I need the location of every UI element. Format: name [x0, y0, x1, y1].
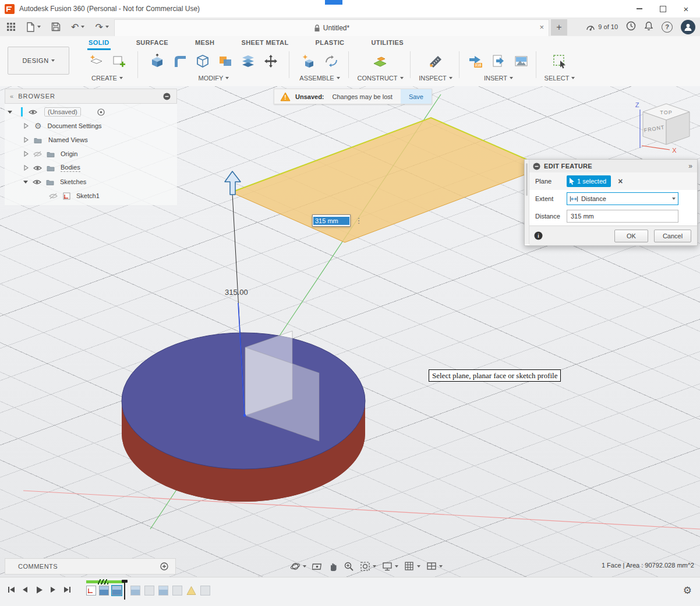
- group-insert-menu[interactable]: INSERT: [484, 73, 513, 83]
- document-tab[interactable]: Untitled* ×: [114, 19, 549, 36]
- create-sketch-button[interactable]: [86, 51, 106, 72]
- timeline-step-back-button[interactable]: [19, 583, 31, 596]
- timeline-feature-pending[interactable]: [158, 586, 168, 596]
- tab-sheet-metal[interactable]: SHEET METAL: [240, 36, 289, 50]
- document-root-label[interactable]: (Unsaved): [44, 107, 81, 117]
- press-pull-button[interactable]: [147, 51, 167, 72]
- measure-button[interactable]: [426, 51, 446, 72]
- timeline-feature-pending[interactable]: [200, 586, 210, 596]
- distance-input-value[interactable]: 315 mm: [313, 217, 349, 225]
- visibility-eye-off-icon[interactable]: [33, 151, 42, 157]
- item-label[interactable]: Sketch1: [76, 192, 100, 199]
- tab-mesh[interactable]: MESH: [194, 36, 215, 50]
- browser-item-named-views[interactable]: Named Views: [5, 133, 177, 147]
- timeline-feature-pending[interactable]: [130, 586, 140, 596]
- job-status[interactable]: 9 of 10: [586, 22, 618, 31]
- clear-selection-icon[interactable]: ×: [618, 177, 623, 186]
- dialog-grip[interactable]: [525, 160, 529, 244]
- save-link[interactable]: Save: [401, 89, 432, 104]
- timeline-settings-gear-icon[interactable]: ⚙: [683, 584, 692, 597]
- group-assemble-menu[interactable]: ASSEMBLE: [299, 73, 340, 83]
- select-button[interactable]: [550, 51, 570, 72]
- timeline-feature-sketch[interactable]: [86, 586, 96, 596]
- pan-button[interactable]: [328, 561, 338, 572]
- joint-button[interactable]: [321, 51, 341, 72]
- tab-close-icon[interactable]: ×: [539, 23, 544, 31]
- group-create-menu[interactable]: CREATE: [91, 73, 123, 83]
- help-button[interactable]: ?: [662, 22, 673, 33]
- browser-item-document-settings[interactable]: ⚙ Document Settings: [5, 119, 177, 133]
- timeline-progress-track[interactable]: [86, 580, 125, 583]
- comments-bar[interactable]: COMMENTS: [5, 558, 176, 575]
- item-label[interactable]: Origin: [61, 150, 77, 157]
- dialog-expand-icon[interactable]: »: [688, 162, 692, 170]
- combine-button[interactable]: [215, 51, 235, 72]
- expander-expanded-icon[interactable]: [23, 179, 29, 185]
- offset-face-button[interactable]: [238, 51, 258, 72]
- item-label[interactable]: Sketches: [60, 178, 86, 185]
- expander-collapsed-icon[interactable]: [23, 123, 29, 129]
- timeline-go-end-button[interactable]: [61, 583, 73, 596]
- undo-button[interactable]: ↶: [69, 19, 86, 34]
- activate-target-icon[interactable]: [97, 108, 105, 116]
- timeline-feature-warning[interactable]: [186, 586, 196, 596]
- group-inspect-menu[interactable]: INSPECT: [419, 73, 452, 83]
- timeline-feature-pending[interactable]: [144, 586, 154, 596]
- visibility-eye-icon[interactable]: [33, 165, 42, 171]
- redo-menu-caret[interactable]: [105, 26, 109, 28]
- group-modify-menu[interactable]: MODIFY: [199, 73, 229, 83]
- history-button[interactable]: [626, 21, 636, 33]
- dialog-collapse-icon[interactable]: [533, 163, 540, 170]
- dialog-header[interactable]: EDIT FEATURE »: [529, 160, 697, 173]
- visibility-eye-off-icon[interactable]: [49, 193, 58, 199]
- notifications-button[interactable]: [644, 21, 653, 33]
- construct-plane-button[interactable]: [370, 51, 390, 72]
- origin-point[interactable]: [243, 414, 246, 417]
- viewcube-top-label[interactable]: TOP: [660, 110, 672, 115]
- input-drag-handle[interactable]: ⋮: [354, 214, 363, 226]
- look-at-button[interactable]: [312, 561, 323, 572]
- expander-collapsed-icon[interactable]: [23, 165, 29, 171]
- ok-button[interactable]: OK: [614, 230, 648, 242]
- zoom-button[interactable]: [344, 561, 354, 572]
- expander-expanded-icon[interactable]: [7, 109, 13, 115]
- viewports-button[interactable]: [426, 561, 443, 572]
- grid-settings-button[interactable]: [404, 561, 420, 572]
- decal-button[interactable]: [489, 51, 508, 72]
- design-workspace-menu[interactable]: DESIGN: [8, 47, 69, 75]
- shell-button[interactable]: [193, 51, 213, 72]
- timeline-feature-extrude[interactable]: [99, 586, 109, 596]
- browser-root-row[interactable]: (Unsaved): [5, 105, 177, 119]
- maximize-button[interactable]: [651, 1, 674, 17]
- visibility-eye-icon[interactable]: [29, 109, 37, 115]
- timeline-go-start-button[interactable]: [5, 583, 17, 596]
- avatar[interactable]: [681, 20, 695, 34]
- timeline-feature-extrude-editing[interactable]: [112, 586, 122, 596]
- insert-derive-button[interactable]: 316: [466, 51, 486, 72]
- add-comment-icon[interactable]: [160, 562, 168, 570]
- tab-plastic[interactable]: PLASTIC: [314, 36, 346, 50]
- tab-surface[interactable]: SURFACE: [135, 36, 169, 50]
- display-settings-button[interactable]: [382, 561, 398, 572]
- cancel-button[interactable]: Cancel: [654, 230, 691, 242]
- browser-minimize-icon[interactable]: [163, 93, 171, 100]
- browser-item-sketches[interactable]: Sketches: [5, 175, 177, 189]
- browser-item-sketch1[interactable]: Sketch1: [5, 189, 177, 203]
- group-construct-menu[interactable]: CONSTRUCT: [357, 73, 403, 83]
- canvas-button[interactable]: [511, 51, 531, 72]
- save-button[interactable]: [50, 19, 62, 34]
- tab-solid[interactable]: SOLID: [87, 36, 111, 50]
- orbit-button[interactable]: [290, 561, 306, 572]
- plane-selection-chip[interactable]: 1 selected: [567, 175, 611, 187]
- fillet-button[interactable]: [170, 51, 190, 72]
- expander-collapsed-icon[interactable]: [23, 137, 29, 143]
- fit-button[interactable]: [360, 561, 376, 572]
- visibility-eye-icon[interactable]: [33, 179, 41, 185]
- item-label[interactable]: Bodies: [61, 164, 80, 172]
- extent-dropdown[interactable]: Distance: [567, 192, 678, 205]
- info-icon[interactable]: i: [534, 231, 543, 240]
- collapse-browser-icon[interactable]: «: [10, 93, 13, 100]
- tab-utilities[interactable]: UTILITIES: [370, 36, 405, 50]
- close-button[interactable]: ×: [674, 1, 698, 17]
- view-cube[interactable]: TOP FRONT Z X: [629, 97, 694, 155]
